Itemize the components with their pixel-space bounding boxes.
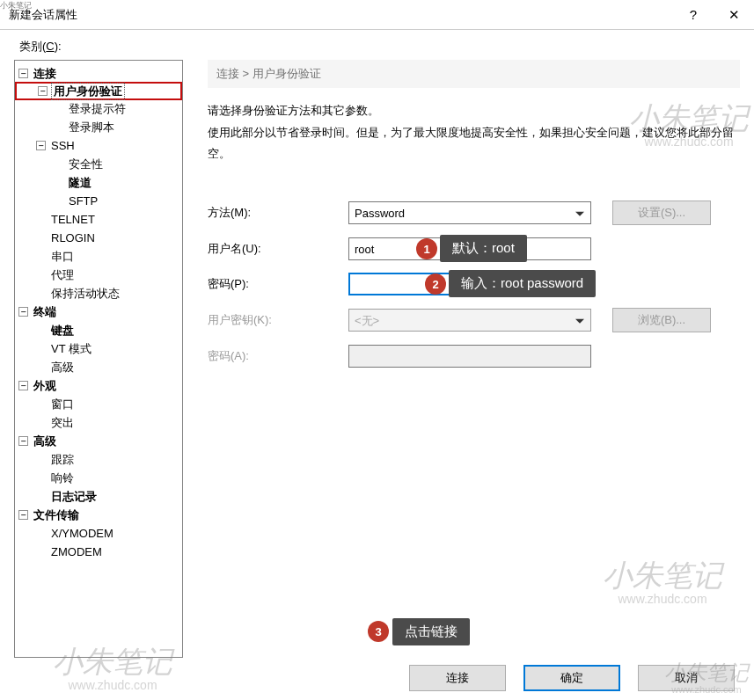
- description: 请选择身份验证方法和其它参数。 使用此部分以节省登录时间。但是，为了最大限度地提…: [208, 100, 740, 165]
- annotation-badge-3: 3: [368, 621, 389, 642]
- collapse-icon[interactable]: −: [38, 86, 48, 96]
- tree-login-script[interactable]: 登录脚本: [15, 118, 182, 136]
- watermark-text: 小朱笔记: [603, 561, 722, 591]
- tree-serial[interactable]: 串口: [15, 247, 182, 266]
- tree-highlight[interactable]: 突出: [15, 413, 182, 432]
- tree-rlogin[interactable]: RLOGIN: [15, 229, 182, 247]
- settings-button[interactable]: 设置(S)...: [612, 201, 711, 225]
- tree-advanced-term[interactable]: 高级: [15, 358, 182, 376]
- password-label: 密码(P):: [208, 276, 348, 292]
- tree-zmodem[interactable]: ZMODEM: [15, 543, 182, 561]
- method-label: 方法(M):: [208, 205, 348, 221]
- window-title: 新建会话属性: [9, 7, 77, 23]
- browse-button[interactable]: 浏览(B)...: [612, 308, 711, 332]
- category-tree[interactable]: −连接 −用户身份验证 登录提示符 登录脚本 −SSH 安全性 隧道 SFTP: [14, 60, 183, 658]
- content-panel: 连接 > 用户身份验证 请选择身份验证方法和其它参数。 使用此部分以节省登录时间…: [183, 60, 740, 658]
- tree-file-transfer[interactable]: −文件传输: [15, 506, 182, 524]
- annotation-bubble-2: 输入：root password: [449, 270, 596, 297]
- tree-keepalive[interactable]: 保持活动状态: [15, 284, 182, 303]
- collapse-icon[interactable]: −: [18, 510, 28, 520]
- title-bar: 新建会话属性 ? ✕: [0, 0, 754, 30]
- collapse-icon[interactable]: −: [18, 381, 28, 390]
- tree-bell[interactable]: 响铃: [15, 469, 182, 487]
- username-label: 用户名(U):: [208, 241, 348, 257]
- dialog-footer: 连接 确定 取消: [0, 665, 754, 691]
- tree-trace[interactable]: 跟踪: [15, 450, 182, 469]
- tree-ssh[interactable]: −SSH: [15, 136, 182, 155]
- tree-window[interactable]: 窗口: [15, 395, 182, 413]
- tree-keyboard[interactable]: 键盘: [15, 321, 182, 339]
- tree-xymodem[interactable]: X/YMODEM: [15, 524, 182, 543]
- collapse-icon[interactable]: −: [18, 307, 28, 317]
- tree-tunnel[interactable]: 隧道: [15, 173, 182, 192]
- breadcrumb: 连接 > 用户身份验证: [208, 60, 740, 88]
- category-label: 类别(C):: [0, 30, 754, 60]
- collapse-icon[interactable]: −: [36, 141, 46, 150]
- tree-telnet[interactable]: TELNET: [15, 210, 182, 229]
- close-button[interactable]: ✕: [714, 0, 754, 29]
- tree-advanced[interactable]: −高级: [15, 432, 182, 450]
- collapse-icon[interactable]: −: [18, 436, 28, 446]
- ok-button[interactable]: 确定: [523, 665, 620, 691]
- tree-login-prompt[interactable]: 登录提示符: [15, 99, 182, 118]
- passphrase-input: [348, 345, 591, 368]
- tree-logging[interactable]: 日志记录: [15, 487, 182, 506]
- watermark-text: 小朱笔记: [53, 647, 172, 658]
- passphrase-label: 密码(A):: [208, 348, 348, 364]
- userkey-label: 用户密钥(K):: [208, 312, 348, 328]
- tree-security[interactable]: 安全性: [15, 155, 182, 173]
- tree-vt-mode[interactable]: VT 模式: [15, 339, 182, 358]
- tree-terminal[interactable]: −终端: [15, 303, 182, 321]
- annotation-badge-2: 2: [425, 273, 446, 295]
- annotation-bubble-1: 默认：root: [440, 235, 527, 262]
- tree-connection[interactable]: −连接: [15, 64, 182, 83]
- tree-proxy[interactable]: 代理: [15, 266, 182, 284]
- method-select[interactable]: Password: [348, 201, 591, 224]
- cancel-button[interactable]: 取消: [638, 665, 735, 691]
- userkey-select: <无>: [348, 309, 591, 332]
- tree-user-auth[interactable]: −用户身份验证: [15, 82, 182, 100]
- tree-sftp[interactable]: SFTP: [15, 192, 182, 210]
- annotation-bubble-3: 点击链接: [392, 618, 470, 645]
- tree-appearance[interactable]: −外观: [15, 376, 182, 395]
- annotation-badge-1: 1: [416, 238, 437, 259]
- collapse-icon[interactable]: −: [18, 69, 28, 78]
- watermark-url: www.zhudc.com: [618, 593, 706, 605]
- help-button[interactable]: ?: [673, 0, 714, 29]
- connect-button[interactable]: 连接: [409, 665, 506, 691]
